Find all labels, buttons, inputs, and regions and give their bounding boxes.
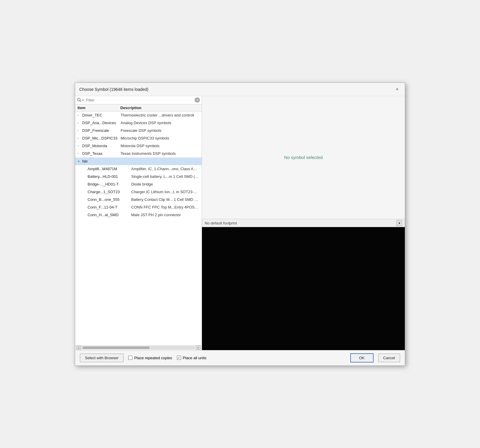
expand-arrow-icon: ›	[78, 152, 82, 155]
column-desc-header: Description	[120, 106, 199, 110]
title-bar: Choose Symbol (19646 items loaded) ×	[75, 83, 405, 96]
collapse-arrow-icon: ∨	[78, 160, 82, 163]
item-name: DSP_Freescale	[82, 128, 121, 133]
place-all-units-label: Place all units	[183, 356, 206, 360]
item-desc: Analog Devices DSP symbols	[121, 121, 199, 125]
item-name: DSP_Mic...DSPIC33	[82, 136, 121, 140]
footprint-bar: No default footprint ▾	[202, 219, 405, 227]
item-desc: Diode bridge	[131, 182, 199, 186]
dialog-body: ▾ × Item Description › Driver_TEC Thermo…	[75, 96, 405, 350]
column-item-header: Item	[78, 106, 120, 110]
no-symbol-label: No symbol selected	[284, 155, 323, 160]
item-desc: Single-cell battery, L...m 1 Cell SMD (S…	[131, 174, 199, 179]
place-all-units-checkbox-box	[177, 356, 181, 360]
item-name: Conn_F...11-04-T	[88, 205, 131, 209]
item-desc: CONN FFC FPC Top M...Entry 4POS 1MM R/	[131, 205, 199, 209]
no-symbol-text: No symbol selected	[202, 96, 405, 219]
item-name: DSP_Motorola	[82, 144, 121, 148]
scroll-left-button[interactable]: ‹	[76, 346, 81, 350]
item-desc: Texas Instruments DSP symbols	[121, 151, 199, 156]
search-icon-container: ▾	[77, 98, 84, 102]
select-with-browser-button[interactable]: Select with Browser	[80, 354, 124, 362]
item-desc: Male JST PH 2 pin connector	[131, 213, 199, 217]
item-name: Conn_H...al_SMD	[88, 213, 131, 217]
svg-point-0	[78, 98, 80, 101]
item-name: Charge...1_SOT23	[88, 190, 131, 194]
table-row[interactable]: Conn_F...11-04-T CONN FFC FPC Top M...En…	[75, 204, 202, 211]
dialog-title: Choose Symbol (19646 items loaded)	[79, 87, 148, 92]
search-input[interactable]	[85, 97, 193, 103]
table-row[interactable]: Battery...HLD-001 Single-cell battery, L…	[75, 173, 202, 180]
table-row[interactable]: Amplifi...M4871M Amplifier, IC, 1-Chann.…	[75, 165, 202, 173]
item-desc: Amplifier, IC, 1-Chann...ono, Class AB, …	[131, 167, 199, 171]
scroll-thumb	[83, 347, 149, 349]
item-name: DSP_Ana...Devices	[82, 121, 121, 125]
table-row[interactable]: › DSP_Freescale Freescale DSP symbols	[75, 127, 202, 134]
scroll-track[interactable]	[82, 346, 195, 349]
place-all-units-checkbox[interactable]: Place all units	[177, 356, 206, 360]
item-name: Amplifi...M4871M	[88, 167, 131, 171]
svg-line-1	[80, 101, 81, 102]
expand-arrow-icon: ›	[78, 114, 82, 117]
close-button[interactable]: ×	[394, 86, 401, 93]
table-header: Item Description	[75, 104, 202, 111]
ok-button[interactable]: OK	[350, 353, 374, 362]
item-name: fab	[82, 159, 121, 163]
item-name: Battery...HLD-001	[88, 174, 131, 179]
cancel-button[interactable]: Cancel	[378, 354, 400, 362]
expand-arrow-icon: ›	[78, 137, 82, 140]
search-bar: ▾ ×	[75, 96, 202, 104]
table-row[interactable]: Conn_B...one_555 Battery Contact Clip M.…	[75, 196, 202, 204]
expand-arrow-icon: ›	[78, 129, 82, 132]
symbol-list: › Driver_TEC Thermoelectric cooler ...dr…	[75, 111, 202, 345]
clear-search-button[interactable]: ×	[195, 97, 200, 103]
place-repeated-copies-checkbox[interactable]: Place repeated copies	[128, 356, 172, 360]
item-desc: Motorola DSP symbols	[121, 144, 199, 148]
left-panel: ▾ × Item Description › Driver_TEC Thermo…	[75, 96, 202, 350]
table-row[interactable]: › DSP_Ana...Devices Analog Devices DSP s…	[75, 119, 202, 127]
item-desc: Battery Contact Clip M... 1 Cell SMD (SM…	[131, 197, 199, 202]
expand-arrow-icon: ›	[78, 144, 82, 147]
table-row[interactable]: Bridge-..._HD01-T Diode bridge	[75, 180, 202, 188]
table-row[interactable]: › DSP_Texas Texas Instruments DSP symbol…	[75, 150, 202, 157]
table-row[interactable]: Conn_H...al_SMD Male JST PH 2 pin connec…	[75, 211, 202, 219]
table-row[interactable]: Charge...1_SOT23 Charger IC Lithium Ion.…	[75, 188, 202, 196]
symbol-preview	[202, 227, 405, 350]
horizontal-scrollbar: ‹ ›	[75, 345, 202, 350]
place-repeated-copies-label: Place repeated copies	[134, 356, 172, 360]
scroll-right-button[interactable]: ›	[196, 346, 200, 350]
table-row[interactable]: › DSP_Motorola Motorola DSP symbols	[75, 142, 202, 150]
item-name: DSP_Texas	[82, 151, 121, 156]
item-name: Driver_TEC	[82, 113, 121, 117]
right-panel: No symbol selected No default footprint …	[202, 96, 405, 350]
item-name: Bridge-..._HD01-T	[88, 182, 131, 186]
item-desc: Charger IC Lithium Ion...t, in SOT23-5 p…	[131, 190, 199, 194]
table-row[interactable]: › Driver_TEC Thermoelectric cooler ...dr…	[75, 111, 202, 119]
item-desc: Thermoelectric cooler ...drivers and con…	[121, 113, 199, 117]
search-dropdown-arrow[interactable]: ▾	[82, 99, 84, 102]
item-name: Conn_B...one_555	[88, 197, 131, 202]
search-icon	[77, 98, 82, 102]
expand-arrow-icon: ›	[78, 121, 82, 124]
item-desc: Freescale DSP symbols	[121, 128, 199, 133]
footprint-label: No default footprint	[205, 221, 396, 225]
place-repeated-copies-checkbox-box	[128, 356, 132, 360]
item-desc: Microchip DSPIC33 symbols	[121, 136, 199, 140]
footprint-dropdown-button[interactable]: ▾	[396, 220, 402, 226]
table-row[interactable]: ∨ fab	[75, 157, 202, 165]
choose-symbol-dialog: Choose Symbol (19646 items loaded) × ▾ ×	[75, 83, 405, 366]
dialog-footer: Select with Browser Place repeated copie…	[75, 350, 405, 365]
table-row[interactable]: › DSP_Mic...DSPIC33 Microchip DSPIC33 sy…	[75, 134, 202, 142]
